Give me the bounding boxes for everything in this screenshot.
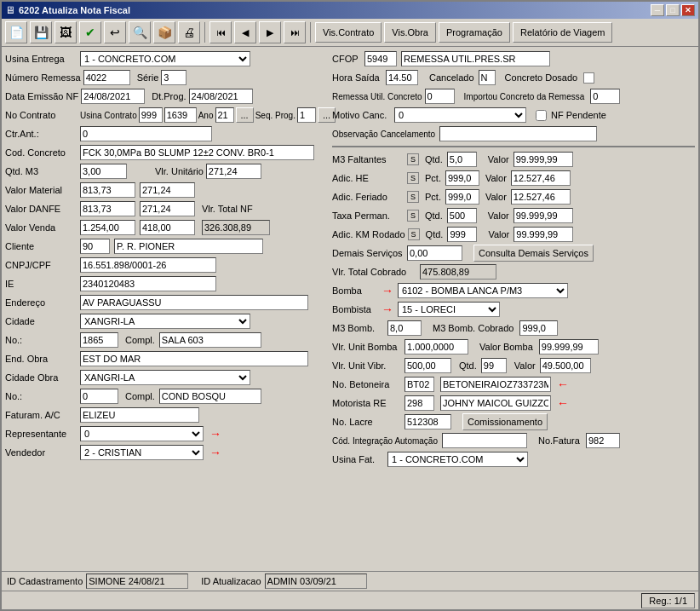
- cod-concreto-input[interactable]: FCK 30,0MPa B0 SLUMP 12±2 CONV. BR0-1: [80, 145, 314, 160]
- vis-obra-button[interactable]: Vis.Obra: [384, 22, 436, 43]
- valor-venda-input[interactable]: 1.254,00: [80, 220, 135, 235]
- valor-vibr-input[interactable]: 49.500,00: [540, 358, 591, 373]
- nav-next-button[interactable]: ▶: [259, 21, 281, 43]
- cliente-name-input[interactable]: P. R. PIONER: [114, 239, 263, 254]
- nav-prev-button[interactable]: ◀: [234, 21, 256, 43]
- undo-button[interactable]: ↩: [104, 21, 126, 43]
- faturamento-input[interactable]: ELIZEU: [80, 407, 199, 423]
- adic-he-pct[interactable]: 999,0: [445, 170, 479, 186]
- data-emissao-input[interactable]: 24/08/2021: [81, 89, 145, 104]
- motorista-re-input[interactable]: 298: [405, 395, 434, 411]
- valor-material-input[interactable]: 813,73: [80, 182, 135, 198]
- ano-input[interactable]: 21: [215, 107, 234, 123]
- representante-select[interactable]: 0: [80, 426, 204, 441]
- nav-last-button[interactable]: ⏭: [284, 21, 306, 43]
- no-fatura-input[interactable]: 982: [586, 433, 620, 448]
- bomba-select[interactable]: 6102 - BOMBA LANCA P/M3: [398, 283, 568, 298]
- usina-entrega-select[interactable]: 1 - CONCRETO.COM: [80, 51, 250, 66]
- importou-concreto-input[interactable]: 0: [590, 89, 620, 104]
- vis-contrato-button[interactable]: Vis.Contrato: [315, 22, 382, 43]
- end-obra-input[interactable]: EST DO MAR: [80, 351, 308, 366]
- vlr-unitario-input[interactable]: 271,24: [206, 164, 261, 179]
- numero-remessa-input[interactable]: 4022: [83, 70, 130, 85]
- vlr-total-nf-input[interactable]: 326.308,89: [202, 220, 270, 235]
- cfop-desc-input[interactable]: REMESSA UTIL.PRES.SR: [401, 51, 550, 66]
- m3-bomb-cobrado-input[interactable]: 999,0: [519, 320, 558, 336]
- qtd-m3-input[interactable]: 3,00: [80, 164, 127, 179]
- taxa-perman-qtd[interactable]: 500: [447, 208, 477, 223]
- no-betoneira-input[interactable]: BT02: [405, 377, 434, 392]
- hora-saida-input[interactable]: 14.50: [386, 70, 418, 85]
- valor-bomba-input[interactable]: 99.999,99: [539, 339, 599, 354]
- m3-faltantes-qtd[interactable]: 5,0: [447, 152, 477, 167]
- adic-feriado-valor[interactable]: 12.527,46: [511, 189, 571, 205]
- m3-faltantes-valor[interactable]: 99.999,99: [514, 152, 573, 167]
- nf-pendente-checkbox[interactable]: [536, 110, 547, 121]
- no-input[interactable]: 1865: [80, 332, 118, 348]
- cnpj-input[interactable]: 16.551.898/0001-26: [80, 257, 216, 273]
- ctr-ant-input[interactable]: 0: [80, 126, 212, 141]
- remessa-util-input[interactable]: 0: [425, 89, 455, 104]
- cod-integracao-input[interactable]: [442, 433, 527, 448]
- compl-input[interactable]: SALA 603: [159, 332, 261, 348]
- usina-fat-label: Usina Fat.: [332, 454, 383, 464]
- package-button[interactable]: 📦: [153, 21, 175, 43]
- serie-input[interactable]: 3: [161, 70, 186, 85]
- motivo-canc-select[interactable]: 0: [394, 107, 526, 123]
- contrato-input[interactable]: 1639: [164, 107, 197, 123]
- print-button[interactable]: 🖨: [178, 21, 200, 43]
- search-button[interactable]: 🔍: [129, 21, 151, 43]
- cidade-select[interactable]: XANGRI-LA: [80, 314, 250, 329]
- taxa-perman-valor[interactable]: 99.999,99: [514, 208, 573, 223]
- vendedor-label: Vendedor: [5, 447, 77, 458]
- usina-contrato-sub-label: Usina Contrato: [80, 111, 137, 120]
- observacao-input[interactable]: [439, 126, 597, 141]
- confirm-button[interactable]: ✔: [79, 21, 101, 43]
- save-button[interactable]: 💾: [30, 21, 52, 43]
- endereco-input[interactable]: AV PARAGUASSU: [80, 295, 308, 310]
- adic-he-valor[interactable]: 12.527,46: [511, 170, 571, 186]
- concreto-dosado-checkbox[interactable]: [583, 72, 594, 84]
- bombista-select[interactable]: 15 - LORECI: [398, 302, 500, 317]
- cfop-input[interactable]: 5949: [364, 51, 397, 66]
- dt-prog-input[interactable]: 24/08/2021: [189, 89, 253, 104]
- no-obra-input[interactable]: 0: [80, 389, 118, 404]
- usina-fat-select[interactable]: 1 - CONCRETO.COM: [387, 452, 528, 467]
- cliente-code-input[interactable]: 90: [80, 239, 110, 254]
- vlr-unit-vibr-input[interactable]: 500,00: [405, 358, 451, 373]
- maximize-button[interactable]: □: [666, 4, 680, 16]
- adic-km-qtd[interactable]: 999: [447, 227, 477, 242]
- programacao-button[interactable]: Programação: [439, 22, 510, 43]
- vendedor-select[interactable]: 2 - CRISTIAN: [80, 445, 204, 460]
- vlr-unit-bomba-input[interactable]: 1.000,0000: [405, 339, 468, 354]
- usina-contrato-input[interactable]: 999: [139, 107, 163, 123]
- new-button[interactable]: 📄: [5, 21, 27, 43]
- m3-bomb-input[interactable]: 8,0: [387, 320, 422, 336]
- image-button[interactable]: 🖼: [55, 21, 77, 43]
- betoneira-id-input[interactable]: BETONEIRAIOZ733723M.: [440, 377, 551, 392]
- compl-obra-input[interactable]: COND BOSQU: [159, 389, 261, 404]
- consulta-demais-btn[interactable]: Consulta Demais Serviços: [473, 245, 594, 262]
- valor-venda2-input[interactable]: 418,00: [140, 220, 195, 235]
- cancelado-input[interactable]: N: [479, 70, 496, 85]
- nav-first-button[interactable]: ⏮: [209, 21, 232, 43]
- qtd-vibr-input[interactable]: 99: [481, 358, 507, 373]
- cidade-label: Cidade: [5, 316, 77, 326]
- adic-feriado-pct[interactable]: 999,0: [445, 189, 479, 205]
- relatorio-viagem-button[interactable]: Relatório de Viagem: [513, 22, 612, 43]
- cidade-obra-select[interactable]: XANGRI-LA: [80, 370, 250, 385]
- valor-material2-input[interactable]: 271,24: [140, 182, 195, 198]
- seq-prog-input[interactable]: 1: [297, 107, 316, 123]
- adic-km-valor[interactable]: 99.999,99: [514, 227, 573, 242]
- demais-servicos-input[interactable]: 0,00: [407, 245, 462, 261]
- no-lacre-input[interactable]: 512308: [405, 414, 451, 429]
- contrato-search-btn[interactable]: ...: [236, 107, 254, 123]
- valor-danfe2-input[interactable]: 271,24: [140, 201, 195, 216]
- vlr-total-cobrado-input[interactable]: 475.808,89: [420, 264, 496, 280]
- valor-danfe-input[interactable]: 813,73: [80, 201, 135, 216]
- close-button[interactable]: ✕: [681, 4, 695, 16]
- ie-input[interactable]: 2340120483: [80, 276, 216, 291]
- comissionamento-btn[interactable]: Comissionamento: [462, 413, 548, 430]
- motorista-name-input[interactable]: JOHNY MAICOL GUIZZO: [440, 395, 551, 411]
- minimize-button[interactable]: ─: [651, 4, 664, 16]
